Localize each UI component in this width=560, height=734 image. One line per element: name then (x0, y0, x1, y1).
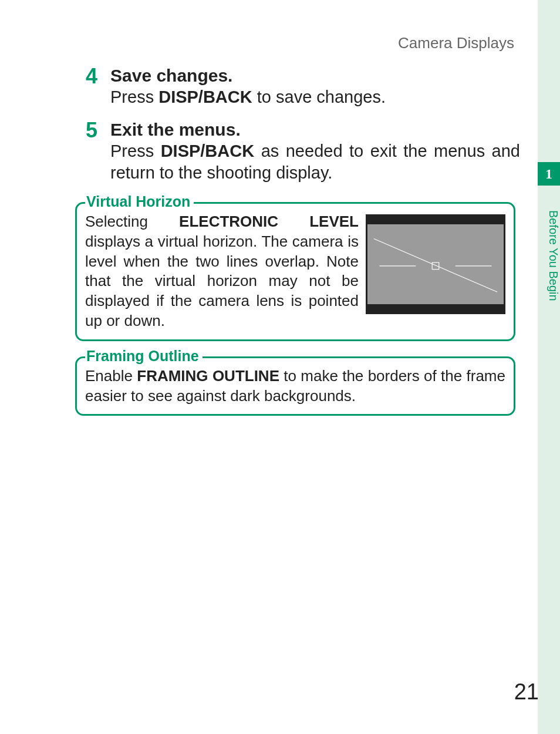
step-body: Press DISP/BACK as needed to exit the me… (110, 140, 520, 184)
callout-legend: Framing Outline (85, 348, 203, 365)
side-strip (538, 0, 560, 734)
keyword-framing-outline: FRAMING OUTLINE (137, 367, 279, 385)
text: Press (110, 142, 161, 160)
step-title: Save changes. (110, 65, 520, 86)
step-number: 5 (86, 118, 97, 143)
callout-framing-outline: Framing Outline Enable FRAMING OUTLINE t… (75, 356, 515, 416)
callout-virtual-horizon: Virtual Horizon Selecting ELECTRONIC LEV… (75, 202, 515, 341)
text: Press (110, 87, 158, 106)
keyword-electronic-level: ELECTRONIC LEVEL (179, 213, 359, 230)
step-5: 5 Exit the menus. Press DISP/BACK as nee… (70, 119, 520, 184)
text: Enable (85, 367, 137, 385)
virtual-horizon-illustration (366, 214, 505, 314)
text: to save changes. (252, 87, 386, 106)
callout-text: Enable FRAMING OUTLINE to make the borde… (85, 366, 505, 406)
keyword-disp-back: DISP/BACK (158, 87, 252, 106)
chapter-tab: 1 (538, 162, 560, 186)
svg-rect-2 (432, 262, 439, 270)
chapter-label: Before You Begin (538, 188, 560, 317)
text: Selecting (85, 213, 179, 230)
step-body: Press DISP/BACK to save changes. (110, 86, 520, 109)
step-number: 4 (86, 64, 97, 89)
keyword-disp-back: DISP/BACK (161, 142, 255, 160)
page-header: Camera Displays (70, 34, 520, 52)
legend-text: Virtual Horizon (86, 193, 190, 210)
step-title: Exit the menus. (110, 119, 520, 140)
step-4: 4 Save changes. Press DISP/BACK to save … (70, 65, 520, 109)
callout-text: Selecting ELECTRONIC LEVEL displays a vi… (85, 212, 359, 331)
svg-line-3 (374, 239, 497, 292)
page-number: 21 (514, 679, 539, 705)
legend-text: Framing Outline (86, 348, 199, 365)
callout-legend: Virtual Horizon (85, 193, 194, 210)
page-body: Camera Displays 4 Save changes. Press DI… (0, 0, 538, 734)
text: displays a virtual horizon. The camera i… (85, 233, 359, 329)
